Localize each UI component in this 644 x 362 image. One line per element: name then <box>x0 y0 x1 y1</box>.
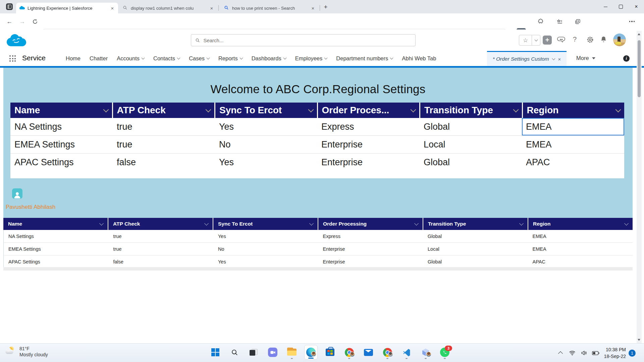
user-default-avatar-icon[interactable] <box>12 188 22 199</box>
cell-order-processing[interactable]: Express <box>317 118 420 135</box>
chevron-down-icon[interactable] <box>177 56 180 60</box>
tab-actions-menu-icon[interactable] <box>6 3 13 10</box>
nav-item[interactable]: Dashboards <box>252 55 286 62</box>
cell-transition-type[interactable]: Global <box>420 118 522 135</box>
table-header-cell[interactable]: Name <box>10 103 113 118</box>
nav-item[interactable]: Accounts <box>117 55 144 62</box>
app-name[interactable]: Service <box>22 54 46 62</box>
table-header-cell[interactable]: Sync To Ercot <box>213 218 318 230</box>
favorite-star-icon[interactable]: ☆ <box>519 35 532 45</box>
notifications-bell-icon[interactable] <box>600 36 607 43</box>
favorites-icon[interactable] <box>554 16 565 27</box>
user-name-link[interactable]: Pavushetti Abhilash <box>6 204 55 210</box>
search-input[interactable] <box>203 37 411 44</box>
chevron-down-icon[interactable] <box>324 56 328 60</box>
favorites-control[interactable]: ☆ <box>519 35 540 46</box>
table-header-cell[interactable]: ATP Check <box>108 218 213 230</box>
cell-order-processing[interactable]: Enterprise <box>317 136 420 153</box>
vscode-button[interactable] <box>400 345 413 360</box>
cube-app-button[interactable] <box>419 345 432 360</box>
edge-browser-button[interactable] <box>304 345 318 360</box>
global-search-box[interactable] <box>191 34 416 46</box>
guidance-icon[interactable] <box>557 36 566 43</box>
scrollbar-down-arrow[interactable] <box>638 339 640 341</box>
cell-atp-check[interactable]: false <box>113 154 215 171</box>
table-header-cell[interactable]: Order Proces... <box>318 103 421 118</box>
cell-region[interactable]: APAC <box>522 154 624 171</box>
battery-icon[interactable] <box>592 349 599 357</box>
chrome-profile2-button[interactable] <box>381 345 394 360</box>
cell-atp-check[interactable]: true <box>113 118 215 135</box>
table-header-cell[interactable]: Region <box>523 103 625 118</box>
close-tab-icon[interactable]: × <box>109 5 115 11</box>
tray-chevron-up-icon[interactable] <box>557 349 564 357</box>
volume-icon[interactable] <box>580 349 588 357</box>
wifi-icon[interactable] <box>569 349 576 357</box>
extensions-puzzle-icon[interactable] <box>535 16 545 27</box>
cell-transition-type[interactable]: Global <box>420 154 522 171</box>
notification-count-badge[interactable]: 1 <box>629 350 636 357</box>
cell-region[interactable]: EMEA <box>522 136 624 153</box>
browser-tab-search-2[interactable]: how to use print screen - Search × <box>221 3 319 13</box>
table-header-cell[interactable]: Region <box>528 218 633 230</box>
window-close-button[interactable]: × <box>629 0 644 13</box>
chevron-down-icon[interactable] <box>411 107 416 113</box>
chevron-down-icon[interactable] <box>103 107 109 113</box>
browser-tab-salesforce[interactable]: Lightning Experience | Salesforce × <box>16 3 118 13</box>
scrollbar-up-arrow[interactable] <box>638 33 640 35</box>
chevron-down-icon[interactable] <box>615 107 621 113</box>
user-avatar[interactable] <box>613 34 626 46</box>
whatsapp-button[interactable]: 3 <box>438 345 451 360</box>
chevron-down-icon[interactable] <box>204 221 209 226</box>
cell-region[interactable]: EMEA <box>522 118 624 135</box>
refresh-button[interactable] <box>30 16 40 27</box>
chevron-down-icon[interactable] <box>206 56 210 60</box>
browser-tab-search-1[interactable]: display row1 column1 when colu × <box>119 3 217 13</box>
chrome-profile1-button[interactable] <box>342 345 356 360</box>
close-tab-icon[interactable]: × <box>209 5 215 11</box>
table-header-cell[interactable]: Transition Type <box>420 103 523 118</box>
close-tab-icon[interactable]: × <box>310 5 316 11</box>
setup-gear-icon[interactable] <box>586 36 594 44</box>
nav-item[interactable]: Department numbers <box>336 55 393 62</box>
chevron-down-icon[interactable] <box>390 56 393 60</box>
chevron-down-icon[interactable] <box>624 221 629 226</box>
cell-name[interactable]: NA Settings <box>10 118 113 135</box>
nav-more-button[interactable]: More <box>576 55 595 61</box>
scrollbar-thumb[interactable] <box>638 40 641 97</box>
new-tab-button[interactable]: + <box>322 3 329 11</box>
task-view-button[interactable] <box>247 345 260 360</box>
nav-item[interactable]: Cases <box>189 55 209 62</box>
file-explorer-button[interactable] <box>285 345 299 360</box>
chevron-down-icon[interactable] <box>309 221 314 226</box>
nav-item[interactable]: Employees <box>295 55 327 62</box>
nav-item[interactable]: Chatter <box>90 55 108 62</box>
chevron-down-icon[interactable] <box>142 56 145 60</box>
table-header-cell[interactable]: Sync To Ercot <box>215 103 318 118</box>
close-tab-icon[interactable]: × <box>558 56 561 62</box>
cell-sync-to-ercot[interactable]: Yes <box>215 118 317 135</box>
cell-atp-check[interactable]: true <box>113 136 215 153</box>
taskbar-clock[interactable]: 10:38 PM 18-Sep-22 <box>599 346 626 360</box>
cell-name[interactable]: APAC Settings <box>10 154 113 171</box>
chat-teams-button[interactable] <box>266 345 279 360</box>
window-maximize-button[interactable] <box>613 0 629 13</box>
page-scrollbar[interactable] <box>637 31 642 343</box>
table-header-cell[interactable]: Name <box>3 218 108 230</box>
chevron-down-icon[interactable] <box>414 221 419 226</box>
cell-transition-type[interactable]: Local <box>420 136 522 153</box>
nav-item[interactable]: Reports <box>218 55 243 62</box>
cell-name[interactable]: EMEA Settings <box>10 136 113 153</box>
chevron-down-icon[interactable] <box>519 221 524 226</box>
chevron-down-icon[interactable] <box>239 56 243 60</box>
collections-icon[interactable] <box>572 16 583 27</box>
chevron-down-icon[interactable] <box>283 56 286 60</box>
table-header-cell[interactable]: Order Processing <box>318 218 423 230</box>
info-icon[interactable]: i <box>623 55 630 62</box>
window-minimize-button[interactable] <box>598 0 613 13</box>
start-button[interactable] <box>209 345 222 360</box>
table-header-cell[interactable]: ATP Check <box>113 103 216 118</box>
nav-item[interactable]: Contacts <box>153 55 180 62</box>
chevron-down-icon[interactable] <box>206 107 211 113</box>
global-actions-button[interactable]: + <box>543 36 552 45</box>
